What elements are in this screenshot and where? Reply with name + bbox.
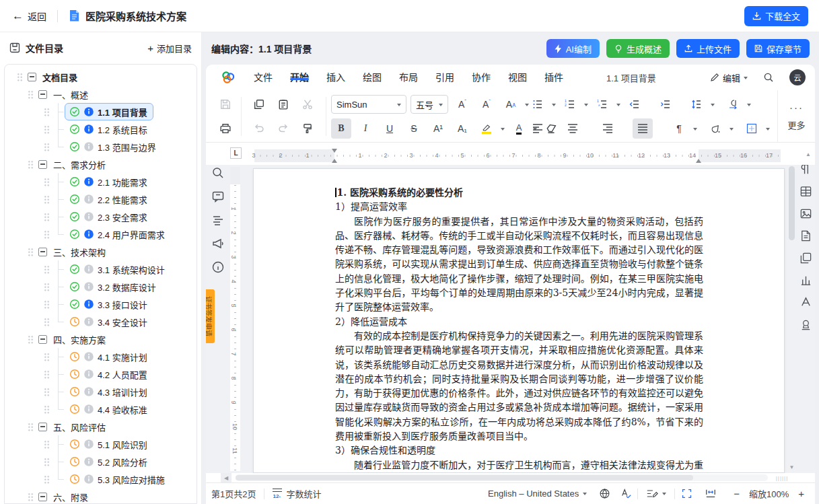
info-icon[interactable] bbox=[83, 106, 94, 117]
info-icon[interactable] bbox=[83, 124, 94, 135]
announcement-icon[interactable] bbox=[211, 237, 225, 250]
drag-handle-icon[interactable] bbox=[44, 213, 50, 221]
track-changes-selector[interactable] bbox=[638, 483, 674, 504]
underline-button[interactable]: U bbox=[380, 118, 400, 139]
line-spacing-button[interactable] bbox=[686, 94, 707, 114]
find-icon[interactable] bbox=[211, 166, 225, 180]
comment-icon[interactable] bbox=[211, 190, 225, 203]
add-directory-button[interactable]: + 添加目录 bbox=[147, 42, 192, 55]
sidebar-item-3.3[interactable]: 3.3 接口设计 bbox=[5, 295, 197, 313]
sidebar-item-3.1[interactable]: 3.1 系统架构设计 bbox=[5, 260, 197, 278]
sidebar-item-2.4[interactable]: 2.4 用户界面需求 bbox=[5, 225, 197, 243]
sidebar-item-5.1[interactable]: 5.1 风险识别 bbox=[5, 435, 197, 453]
download-full-text-button[interactable]: 下载全文 bbox=[744, 6, 808, 26]
drag-handle-icon[interactable] bbox=[44, 370, 50, 379]
sidebar-item-4.3[interactable]: 4.3 培训计划 bbox=[5, 383, 197, 400]
seal-tool-icon[interactable] bbox=[799, 318, 812, 331]
chevron-down-icon[interactable] bbox=[584, 104, 588, 108]
sidebar-section-4[interactable]: 五、风险评估 bbox=[5, 418, 197, 435]
change-case-button[interactable]: Aᴀ bbox=[501, 94, 521, 114]
increase-font-button[interactable]: Aˆ bbox=[452, 94, 472, 114]
ai-compose-button[interactable]: AI编制 bbox=[546, 39, 600, 58]
paragraph-mark-button[interactable]: ¶ bbox=[669, 118, 689, 139]
sidebar-item-5.2[interactable]: 5.2 风险分析 bbox=[5, 453, 197, 470]
info-icon[interactable] bbox=[83, 369, 94, 380]
sidebar-item-3.2[interactable]: 3.2 数据库设计 bbox=[5, 278, 197, 295]
avatar[interactable]: 云 bbox=[789, 69, 806, 85]
sidebar-item-3.4[interactable]: 3.4 安全设计 bbox=[5, 313, 197, 330]
ribbon-tab-7[interactable]: 视图 bbox=[499, 72, 536, 83]
scrollbar-thumb[interactable] bbox=[789, 166, 795, 240]
sidebar-section-0[interactable]: 一、概述 bbox=[5, 85, 197, 103]
word-count-button[interactable]: 12- 字数统计 bbox=[264, 483, 329, 504]
paragraph-tool-icon[interactable] bbox=[799, 165, 812, 176]
language-selector[interactable]: English – United States bbox=[480, 483, 595, 504]
drag-handle-icon[interactable] bbox=[44, 353, 50, 361]
zoom-out-button[interactable]: − bbox=[734, 488, 740, 499]
collapse-icon[interactable] bbox=[38, 335, 47, 344]
ribbon-tab-6[interactable]: 协作 bbox=[463, 72, 499, 83]
chevron-down-icon[interactable] bbox=[616, 104, 620, 108]
superscript-button[interactable]: A¹ bbox=[428, 118, 448, 139]
save-chapter-button[interactable]: 保存章节 bbox=[746, 39, 810, 58]
drag-handle-icon[interactable] bbox=[28, 248, 34, 256]
sidebar-item-4.1[interactable]: 4.1 实施计划 bbox=[5, 348, 197, 365]
drag-handle-icon[interactable] bbox=[44, 283, 50, 291]
tab-stop-selector[interactable]: L bbox=[230, 147, 242, 159]
sidebar-item-4.4[interactable]: 4.4 验收标准 bbox=[5, 400, 197, 418]
chevron-down-icon[interactable] bbox=[747, 104, 751, 108]
ribbon-tab-4[interactable]: 布局 bbox=[390, 72, 427, 83]
info-icon[interactable] bbox=[83, 351, 94, 362]
sidebar-item-2.1[interactable]: 2.1 功能需求 bbox=[5, 173, 197, 190]
bullet-list-button[interactable] bbox=[528, 94, 548, 114]
doc-paragraph[interactable]: 1）提高运营效率 bbox=[335, 200, 703, 214]
copy-button[interactable] bbox=[249, 94, 269, 114]
globe-icon[interactable] bbox=[595, 483, 614, 504]
document-tool-icon[interactable] bbox=[799, 229, 812, 242]
drag-handle-icon[interactable] bbox=[44, 405, 50, 414]
strikethrough-button[interactable]: S bbox=[404, 118, 424, 139]
scroll-down-button[interactable]: ▼ bbox=[787, 462, 796, 472]
sidebar-section-1[interactable]: 二、需求分析 bbox=[5, 155, 197, 173]
spellcheck-icon[interactable] bbox=[614, 483, 637, 504]
collapse-icon[interactable] bbox=[38, 248, 47, 256]
ribbon-tab-3[interactable]: 绘图 bbox=[354, 72, 390, 83]
scrollbar-thumb[interactable] bbox=[236, 475, 693, 480]
drag-handle-icon[interactable] bbox=[44, 125, 50, 134]
font-color-button[interactable]: A bbox=[509, 118, 529, 139]
document-page[interactable]: 1. 医院采购系统的必要性分析 1）提高运营效率医院作为医疗服务的重要提供者，其… bbox=[253, 168, 785, 473]
search-button[interactable] bbox=[758, 67, 779, 87]
sidebar-item-2.2[interactable]: 2.2 性能需求 bbox=[5, 190, 197, 208]
info-icon[interactable] bbox=[83, 404, 94, 415]
duplicate-tool-icon[interactable] bbox=[799, 252, 812, 264]
wordart-tool-icon[interactable] bbox=[799, 296, 812, 309]
info-icon[interactable] bbox=[83, 194, 94, 205]
chevron-down-icon[interactable] bbox=[501, 128, 505, 133]
info-icon[interactable] bbox=[83, 474, 94, 484]
info-icon[interactable] bbox=[83, 386, 94, 397]
collapse-icon[interactable] bbox=[38, 90, 47, 99]
drag-handle-icon[interactable] bbox=[44, 300, 50, 309]
subscript-button[interactable]: A₁ bbox=[452, 118, 472, 139]
multilevel-list-button[interactable]: 1ᴀ bbox=[592, 94, 612, 114]
doc-paragraph[interactable]: 有效的成本控制是医疗机构保持竞争力的关键因素之一。利用先进的医院采购管理系统可以… bbox=[335, 329, 703, 443]
text-direction-button[interactable] bbox=[723, 94, 743, 114]
chart-tool-icon[interactable] bbox=[799, 274, 812, 287]
vertical-scrollbar[interactable] bbox=[787, 165, 796, 473]
collapse-icon[interactable] bbox=[28, 73, 36, 81]
cut-button[interactable] bbox=[297, 94, 318, 114]
font-size-select[interactable]: 五号 bbox=[411, 95, 448, 114]
chevron-down-icon[interactable] bbox=[711, 104, 715, 108]
highlight-color-button[interactable] bbox=[476, 118, 497, 139]
drag-handle-icon[interactable] bbox=[17, 73, 23, 81]
back-button[interactable]: ← 返回 bbox=[12, 9, 46, 23]
doc-paragraph[interactable]: 3）确保合规性和透明度 bbox=[335, 443, 703, 458]
align-left-button[interactable] bbox=[528, 118, 548, 139]
more-options-button[interactable]: ··· bbox=[789, 102, 804, 113]
hanging-indent-marker[interactable] bbox=[332, 156, 337, 163]
ribbon-tab-2[interactable]: 插入 bbox=[318, 72, 354, 83]
increase-indent-button[interactable] bbox=[655, 94, 676, 114]
drag-handle-icon[interactable] bbox=[44, 195, 50, 204]
drag-handle-icon[interactable] bbox=[28, 160, 34, 169]
image-tool-icon[interactable] bbox=[799, 207, 812, 220]
